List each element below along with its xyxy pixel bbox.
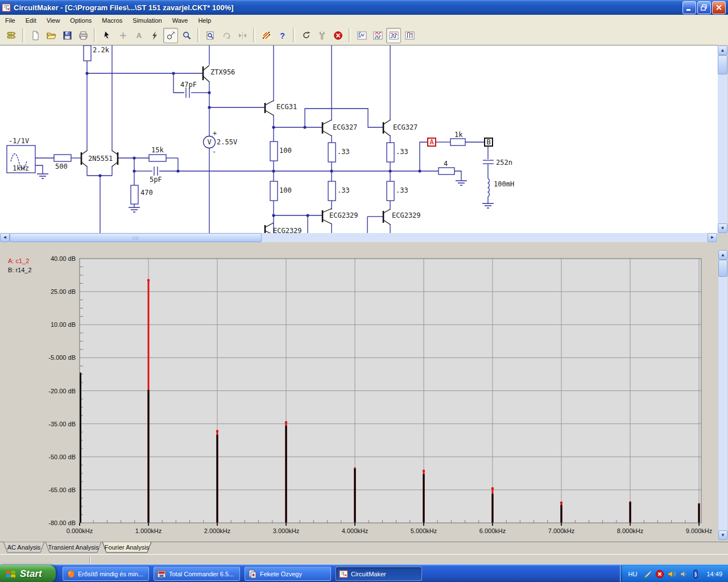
zoom-button[interactable]	[179, 28, 194, 43]
language-indicator[interactable]: HU	[628, 571, 638, 577]
pen-tablet-icon[interactable]	[643, 569, 652, 579]
close-button[interactable]	[712, 1, 726, 14]
stop-button[interactable]	[330, 28, 345, 43]
scope-3-button[interactable]	[386, 28, 401, 43]
firefox-icon	[66, 569, 75, 579]
minimize-button[interactable]	[682, 1, 696, 14]
scroll-right-icon[interactable]: ►	[708, 233, 717, 242]
component-label: .33	[396, 148, 408, 156]
y-axis-tick-label: -20.00 dB	[48, 388, 76, 394]
svg-text:Transient Analysis: Transient Analysis	[48, 544, 99, 551]
x-axis-tick-label: 4.000kHz	[342, 527, 368, 534]
restore-button[interactable]	[697, 1, 711, 14]
circuitmaker-logo-icon	[2, 3, 11, 13]
y-axis-tick-label: 25.00 dB	[51, 288, 76, 295]
y-axis-tick-label: -80.00 dB	[48, 519, 76, 526]
wire-color-button[interactable]	[259, 28, 274, 43]
save-icon	[63, 31, 72, 40]
schematic-canvas[interactable]: 2.2k-1/1V1kHz5002N555115k5pF47047pFZTX95…	[0, 45, 718, 234]
menu-view[interactable]: View	[42, 16, 65, 25]
open-button[interactable]	[44, 28, 59, 43]
component-label: 100	[279, 186, 292, 194]
circuitmaker-icon	[339, 569, 348, 579]
component-label: 2N5551	[88, 155, 113, 163]
fourier-analysis-panel: 40.00 dB25.00 dB10.00 dB-5.000 dB-20.00 …	[0, 243, 728, 542]
text-button[interactable]: A	[131, 28, 146, 43]
menu-wave[interactable]: Wave	[167, 16, 193, 25]
rotate-icon	[222, 31, 231, 40]
scroll-up-icon[interactable]: ▲	[718, 250, 727, 260]
zoom-icon	[182, 31, 192, 40]
audio-device-icon[interactable]	[679, 569, 688, 579]
scope-1-button[interactable]	[354, 28, 369, 43]
menu-macros[interactable]: Macros	[97, 16, 127, 25]
component-label: ECG31	[276, 103, 297, 111]
scope-4-button[interactable]	[402, 28, 417, 43]
toolbar-separator	[293, 28, 295, 42]
menu-options[interactable]: Options	[65, 16, 97, 25]
reset-icon	[301, 31, 311, 40]
tab-ac-analysis[interactable]: AC Analysis	[3, 542, 44, 552]
tools-button[interactable]	[315, 28, 329, 43]
new-button[interactable]	[28, 28, 43, 43]
schematic-vscrollbar[interactable]: ▲ ▼	[718, 45, 727, 233]
x-axis-tick-label: 6.000kHz	[479, 527, 506, 534]
task-card-game[interactable]: Fekete Özvegy	[245, 567, 331, 581]
toolbar-separator	[349, 28, 351, 42]
scope-2-button[interactable]	[370, 28, 385, 43]
component-label: 100	[279, 147, 292, 155]
wire-tool-button[interactable]	[147, 28, 162, 43]
schematic-hscroll-thumb[interactable]: ||||	[10, 233, 262, 242]
schematic-area: 2.2k-1/1V1kHz5002N555115k5pF47047pFZTX95…	[0, 45, 728, 243]
component-label: +	[213, 130, 217, 138]
volume-icon[interactable]	[667, 569, 676, 579]
title-bar[interactable]: CircuitMaker - [C:\Program Files\...\ST …	[0, 0, 728, 15]
save-button[interactable]	[60, 28, 75, 43]
tools-icon	[317, 31, 327, 40]
scope-1-icon	[357, 31, 367, 40]
x-axis-tick-label: 1.000kHz	[135, 527, 162, 534]
scroll-up-icon[interactable]: ▲	[718, 45, 727, 55]
y-axis-tick-label: -5.000 dB	[48, 354, 76, 361]
chart-vscroll-thumb[interactable]	[718, 260, 727, 277]
menu-file[interactable]: File	[0, 16, 20, 25]
components-button[interactable]	[4, 28, 19, 43]
menu-help[interactable]: Help	[193, 16, 216, 25]
schematic-hscrollbar[interactable]: ◄ |||| ►	[0, 233, 718, 242]
menu-edit[interactable]: Edit	[20, 16, 42, 25]
scroll-down-icon[interactable]: ▼	[718, 223, 727, 233]
zoom-window-button[interactable]	[203, 28, 218, 43]
menu-bar: FileEditViewOptionsMacrosSimulationWaveH…	[0, 15, 728, 26]
component-label: 500	[55, 163, 68, 171]
chart-vscrollbar[interactable]: ▲ ▼	[718, 250, 727, 540]
wire-color-icon	[262, 31, 271, 40]
scroll-left-icon[interactable]: ◄	[0, 233, 10, 242]
bluetooth-icon[interactable]	[691, 569, 700, 579]
task-circuitmaker[interactable]: CircuitMaker	[336, 567, 422, 581]
plus-button[interactable]	[115, 28, 130, 43]
scroll-down-icon[interactable]: ▼	[718, 530, 727, 540]
cursor-icon	[102, 31, 112, 40]
component-label: V	[207, 138, 211, 146]
component-label: 2.55V	[217, 138, 237, 146]
security-alert-icon[interactable]	[655, 569, 664, 579]
scrollbar-corner	[718, 233, 728, 243]
print-button[interactable]	[76, 28, 90, 43]
probe-button[interactable]	[163, 28, 178, 43]
tab-transient-analysis[interactable]: Transient Analysis	[46, 542, 101, 552]
schematic-vscroll-thumb[interactable]	[718, 55, 727, 74]
text-icon: A	[134, 31, 144, 40]
cursor-button[interactable]	[100, 28, 114, 43]
task-firefox[interactable]: Erősítő mindig és min...	[63, 567, 149, 581]
menu-simulation[interactable]: Simulation	[127, 16, 167, 25]
component-label: 100mH	[494, 180, 514, 188]
start-button[interactable]: Start	[0, 565, 56, 582]
taskbar: Start Erősítő mindig és min...Total Comm…	[0, 564, 728, 582]
reset-button[interactable]	[299, 28, 313, 43]
task-total-commander[interactable]: Total Commander 6.5...	[154, 567, 240, 581]
component-label: 15k	[151, 146, 164, 154]
help-button[interactable]: ?	[275, 28, 289, 43]
card-game-icon	[248, 569, 257, 579]
component-label: .33	[337, 186, 350, 194]
tab-fourier-analysis[interactable]: Fourier Analysis	[102, 542, 151, 552]
